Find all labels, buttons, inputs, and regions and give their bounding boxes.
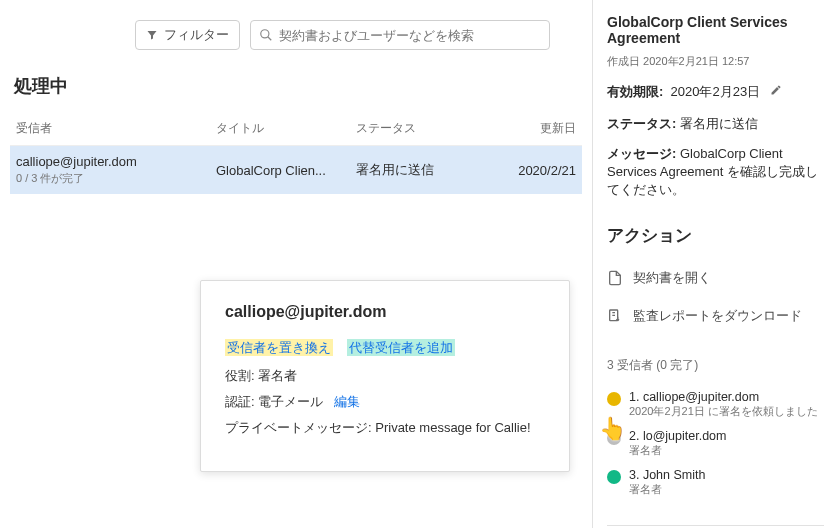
section-title: 処理中	[14, 74, 582, 98]
auth-edit-link[interactable]: 編集	[334, 394, 360, 409]
cell-status: 署名用に送信	[356, 161, 506, 179]
search-input[interactable]	[279, 28, 541, 43]
status-row: ステータス: 署名用に送信	[607, 115, 824, 133]
download-audit-label: 監査レポートをダウンロード	[633, 307, 802, 325]
activity-toggle[interactable]: アクティビティ	[607, 525, 824, 528]
recipients-header: 3 受信者 (0 完了)	[607, 357, 824, 374]
recipient-email: calliope@jupiter.dom	[16, 154, 216, 169]
recipient-item[interactable]: 3. John Smith 署名者	[607, 468, 824, 497]
open-agreement-label: 契約書を開く	[633, 269, 711, 287]
recipient-item[interactable]: 2. lo@jupiter.dom 署名者	[607, 429, 824, 458]
status-dot-icon	[607, 431, 621, 445]
cell-title: GlobalCorp Clien...	[216, 163, 356, 178]
search-icon	[259, 28, 273, 42]
auth-value: 電子メール	[258, 394, 323, 409]
created-date: 作成日 2020年2月21日 12:57	[607, 54, 824, 69]
recipient-progress: 0 / 3 件が完了	[16, 171, 216, 186]
pm-value: Private message for Callie!	[375, 420, 530, 435]
recipient-item[interactable]: 1. calliope@jupiter.dom 2020年2月21日 に署名を依…	[607, 390, 824, 419]
download-report-icon	[607, 308, 623, 324]
recipient-sub: 2020年2月21日 に署名を依頼しました	[629, 404, 818, 419]
col-recipient: 受信者	[16, 120, 216, 137]
cell-recipient: calliope@jupiter.dom 0 / 3 件が完了	[16, 154, 216, 186]
details-panel: GlobalCorp Client Services Agreement 作成日…	[592, 0, 830, 528]
agreement-title: GlobalCorp Client Services Agreement	[607, 14, 824, 46]
recipient-name: 3. John Smith	[629, 468, 705, 482]
filter-icon	[146, 29, 158, 41]
role-value: 署名者	[258, 368, 297, 383]
download-audit-action[interactable]: 監査レポートをダウンロード	[607, 301, 824, 331]
table-row[interactable]: calliope@jupiter.dom 0 / 3 件が完了 GlobalCo…	[10, 146, 582, 194]
svg-point-0	[261, 30, 269, 38]
replace-recipient-link[interactable]: 受信者を置き換え	[225, 339, 333, 356]
col-updated: 更新日	[506, 120, 576, 137]
status-dot-icon	[607, 392, 621, 406]
main-panel: フィルター 処理中 受信者 タイトル ステータス 更新日 calliope@ju…	[0, 0, 592, 528]
recipient-sub: 署名者	[629, 482, 705, 497]
expiry-row: 有効期限: 2020年2月23日	[607, 83, 824, 101]
document-icon	[607, 270, 623, 286]
open-agreement-action[interactable]: 契約書を開く	[607, 263, 824, 293]
pm-label: プライベートメッセージ	[225, 420, 372, 435]
filter-button[interactable]: フィルター	[135, 20, 240, 50]
status-label: ステータス:	[607, 116, 676, 131]
search-field[interactable]	[250, 20, 550, 50]
popover-email: calliope@jupiter.dom	[225, 303, 545, 321]
pencil-icon	[770, 84, 782, 96]
recipient-name: 2. lo@jupiter.dom	[629, 429, 726, 443]
recipients-list: 👆 1. calliope@jupiter.dom 2020年2月21日 に署名…	[607, 390, 824, 507]
filter-label: フィルター	[164, 26, 229, 44]
add-alternate-recipient-link[interactable]: 代替受信者を追加	[347, 339, 455, 356]
cell-updated: 2020/2/21	[506, 163, 576, 178]
recipient-name: 1. calliope@jupiter.dom	[629, 390, 818, 404]
status-dot-icon	[607, 470, 621, 484]
role-row: 役割 署名者	[225, 367, 545, 385]
popover-actions: 受信者を置き換え 代替受信者を追加	[225, 339, 545, 357]
role-label: 役割	[225, 368, 255, 383]
edit-expiry-button[interactable]	[770, 84, 782, 99]
col-status: ステータス	[356, 120, 506, 137]
auth-row: 認証 電子メール 編集	[225, 393, 545, 411]
message-row: メッセージ: GlobalCorp Client Services Agreem…	[607, 145, 824, 200]
top-controls: フィルター	[135, 20, 582, 50]
table-header: 受信者 タイトル ステータス 更新日	[10, 112, 582, 146]
expiry-label: 有効期限:	[607, 84, 663, 99]
col-title: タイトル	[216, 120, 356, 137]
svg-line-1	[268, 37, 272, 41]
auth-label: 認証	[225, 394, 255, 409]
recipient-popover: calliope@jupiter.dom 受信者を置き換え 代替受信者を追加 役…	[200, 280, 570, 472]
actions-header: アクション	[607, 224, 824, 247]
status-value: 署名用に送信	[680, 116, 758, 131]
recipient-sub: 署名者	[629, 443, 726, 458]
expiry-value: 2020年2月23日	[671, 84, 761, 99]
message-label: メッセージ:	[607, 146, 676, 161]
private-message-row: プライベートメッセージ Private message for Callie!	[225, 419, 545, 437]
